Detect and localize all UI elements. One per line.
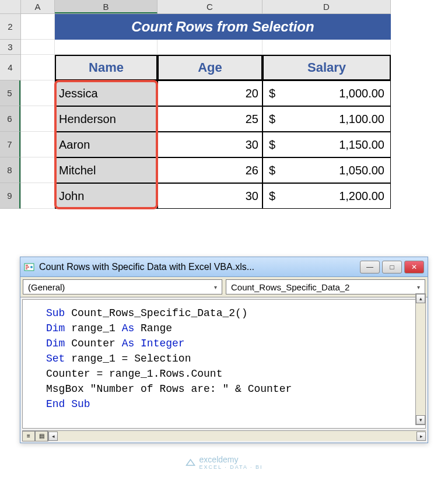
watermark: exceldemy EXCEL · DATA · BI (186, 455, 263, 470)
row-header-4[interactable]: 4 (0, 55, 20, 80)
minimize-button[interactable]: — (360, 261, 380, 273)
object-dropdown-value: (General) (28, 282, 65, 292)
cell-salary[interactable]: $1,050.00 (262, 157, 391, 183)
code-line: Dim Counter As Integer (46, 336, 417, 351)
cell-name[interactable]: Aaron (55, 132, 158, 157)
row-header-7[interactable]: 7 (0, 132, 20, 157)
cell-age[interactable]: 30 (158, 183, 262, 209)
cell-salary[interactable]: $1,100.00 (262, 106, 391, 132)
col-header-d[interactable]: D (262, 0, 391, 13)
cell-age[interactable]: 30 (158, 132, 262, 157)
currency-symbol: $ (267, 138, 275, 152)
cell-salary[interactable]: $1,000.00 (262, 80, 391, 106)
scroll-up-button[interactable]: ▴ (416, 294, 425, 303)
code-line: Counter = range_1.Rows.Count (46, 366, 417, 381)
currency-symbol: $ (267, 164, 275, 177)
procedure-view-button[interactable]: ≡ (22, 431, 35, 441)
window-controls: — □ ✕ (360, 261, 424, 273)
column-headers: A B C D (21, 0, 391, 14)
cell-a2[interactable] (21, 14, 55, 40)
col-header-c[interactable]: C (158, 0, 262, 13)
procedure-dropdown[interactable]: Count_Rows_Specific_Data_2▾ (226, 279, 425, 294)
cell-name[interactable]: Henderson (55, 106, 158, 132)
cell-a3[interactable] (21, 40, 55, 55)
cell-b3[interactable] (55, 40, 158, 55)
cell-a8[interactable] (21, 157, 55, 183)
vbe-object-proc-bar: (General)▾ Count_Rows_Specific_Data_2▾ (20, 277, 428, 297)
spreadsheet: 2 3 4 5 6 7 8 9 A B C D Count Rows from … (0, 0, 448, 209)
left-col: 2 3 4 5 6 7 8 9 (0, 0, 21, 209)
cell-name[interactable]: Mitchel (55, 157, 158, 183)
row-header-2[interactable]: 2 (0, 14, 20, 40)
watermark-tagline: EXCEL · DATA · BI (200, 464, 263, 470)
cell-a6[interactable] (21, 106, 55, 132)
cell-a5[interactable] (21, 80, 55, 106)
cell-salary[interactable]: $1,150.00 (262, 132, 391, 157)
row-header-6[interactable]: 6 (0, 106, 20, 132)
scroll-left-button[interactable]: ◂ (48, 432, 58, 441)
svg-point-1 (30, 266, 33, 268)
view-mode-buttons: ≡ ▤ (22, 431, 48, 441)
salary-value: 1,150.00 (339, 138, 387, 152)
object-dropdown[interactable]: (General)▾ (23, 279, 222, 294)
currency-symbol: $ (267, 113, 275, 126)
sheet-body[interactable]: Count Rows from Selection Name Age Salar… (21, 14, 391, 209)
salary-value: 1,100.00 (339, 113, 387, 126)
vba-module-icon (24, 262, 34, 272)
exceldemy-logo-icon (186, 457, 196, 468)
cell-a7[interactable] (21, 132, 55, 157)
code-line: Dim range_1 As Range (46, 321, 417, 336)
sheet-area: A B C D Count Rows from Selection Name A… (21, 0, 391, 209)
cell-a4[interactable] (21, 55, 55, 80)
vbe-window[interactable]: Count Rows with Specific Data with Excel… (20, 257, 428, 443)
cell-name[interactable]: John (55, 183, 158, 209)
salary-value: 1,050.00 (339, 164, 387, 177)
vertical-scrollbar[interactable]: ▴ ▾ (415, 293, 426, 425)
salary-value: 1,200.00 (339, 190, 387, 203)
code-line: Set range_1 = Selection (46, 351, 417, 366)
scroll-right-button[interactable]: ▸ (416, 432, 426, 441)
header-name[interactable]: Name (55, 55, 158, 80)
close-button[interactable]: ✕ (404, 261, 424, 273)
cell-c3[interactable] (158, 40, 262, 55)
scroll-down-button[interactable]: ▾ (416, 415, 425, 425)
currency-symbol: $ (267, 190, 275, 203)
col-header-b[interactable]: B (55, 0, 158, 13)
select-all-corner[interactable] (0, 0, 21, 14)
vbe-title-text: Count Rows with Specific Data with Excel… (39, 262, 360, 272)
cell-age[interactable]: 25 (158, 106, 262, 132)
procedure-dropdown-value: Count_Rows_Specific_Data_2 (231, 282, 349, 292)
title-cell[interactable]: Count Rows from Selection (55, 14, 391, 40)
cell-name[interactable]: Jessica (55, 80, 158, 106)
cell-age[interactable]: 20 (158, 80, 262, 106)
row-headers: 2 3 4 5 6 7 8 9 (0, 14, 21, 209)
cell-age[interactable]: 26 (158, 157, 262, 183)
cell-salary[interactable]: $1,200.00 (262, 183, 391, 209)
chevron-down-icon: ▾ (214, 284, 217, 290)
maximize-button[interactable]: □ (382, 261, 402, 273)
col-header-a[interactable]: A (21, 0, 55, 13)
vbe-titlebar[interactable]: Count Rows with Specific Data with Excel… (20, 257, 428, 277)
cell-a9[interactable] (21, 183, 55, 209)
code-pane[interactable]: Sub Count_Rows_Specific_Data_2() Dim ran… (22, 299, 426, 429)
salary-value: 1,000.00 (339, 87, 387, 100)
code-line: MsgBox "Number of Rows are: " & Counter (46, 381, 417, 397)
full-module-view-button[interactable]: ▤ (35, 431, 48, 441)
header-age[interactable]: Age (158, 55, 262, 80)
currency-symbol: $ (267, 87, 275, 100)
code-line: End Sub (46, 397, 417, 412)
row-header-3[interactable]: 3 (0, 40, 20, 55)
cell-d3[interactable] (262, 40, 391, 55)
chevron-down-icon: ▾ (417, 284, 420, 290)
row-header-5[interactable]: 5 (0, 80, 20, 106)
header-salary[interactable]: Salary (262, 55, 391, 80)
row-header-8[interactable]: 8 (0, 157, 20, 183)
bottom-bar: ≡ ▤ ◂ ▸ (22, 430, 426, 441)
row-header-9[interactable]: 9 (0, 183, 20, 209)
watermark-brand: exceldemy (200, 455, 263, 464)
code-line: Sub Count_Rows_Specific_Data_2() (46, 306, 417, 321)
